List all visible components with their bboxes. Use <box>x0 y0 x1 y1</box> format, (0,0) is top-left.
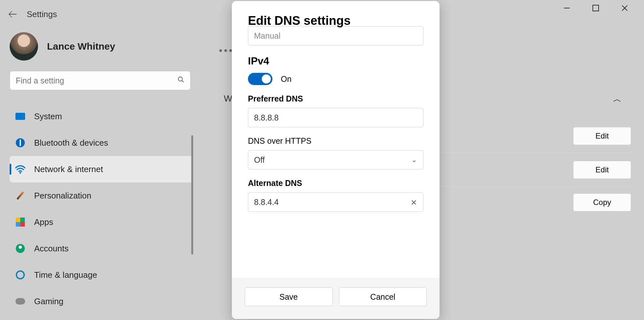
edit-dns-dialog: Edit DNS settings Manual IPv4 On Preferr… <box>232 1 440 319</box>
sidebar-item-label: System <box>34 112 62 121</box>
clock-icon <box>15 269 26 280</box>
back-arrow-icon[interactable]: 🡠 <box>8 9 17 20</box>
partial-text: W <box>224 93 232 104</box>
sidebar-item-accounts[interactable]: Accounts <box>10 235 193 262</box>
sidebar-item-label: Gaming <box>34 296 63 306</box>
sidebar-item-label: Personalization <box>34 191 91 201</box>
bluetooth-icon <box>15 137 26 148</box>
alternate-dns-label: Alternate DNS <box>248 179 423 188</box>
sidebar-item-label: Apps <box>34 217 53 227</box>
sidebar-item-bluetooth[interactable]: Bluetooth & devices <box>10 130 193 156</box>
paintbrush-icon <box>15 190 26 201</box>
header: 🡠 Settings <box>8 9 57 20</box>
edit-button[interactable]: Edit <box>573 127 631 145</box>
maximize-button[interactable] <box>586 0 605 16</box>
chevron-down-icon: ⌄ <box>412 156 417 164</box>
wifi-icon <box>15 164 26 175</box>
svg-point-3 <box>178 77 183 81</box>
dns-mode-select[interactable]: Manual <box>248 26 423 45</box>
close-button[interactable] <box>615 0 634 16</box>
search-input[interactable] <box>16 76 177 85</box>
sidebar-item-label: Network & internet <box>34 164 103 174</box>
svg-point-5 <box>19 172 21 174</box>
copy-button[interactable]: Copy <box>573 193 631 211</box>
svg-rect-0 <box>593 5 599 11</box>
sidebar-nav: System Bluetooth & devices Network & int… <box>10 103 193 315</box>
avatar <box>10 32 38 61</box>
gamepad-icon <box>15 296 26 307</box>
user-profile[interactable]: Lance Whitney <box>10 32 115 61</box>
app-title: Settings <box>27 9 57 19</box>
doh-select[interactable]: Off <box>248 150 423 170</box>
window-controls <box>557 0 644 16</box>
ipv4-toggle[interactable] <box>248 73 272 85</box>
search-icon <box>177 76 185 85</box>
ipv4-heading: IPv4 <box>248 55 423 67</box>
settings-row-dns[interactable]: DHCP) Edit <box>412 153 631 187</box>
sidebar-item-personalization[interactable]: Personalization <box>10 182 193 209</box>
save-button[interactable]: Save <box>245 287 333 306</box>
sidebar-item-label: Accounts <box>34 244 69 254</box>
preferred-dns-input[interactable] <box>248 108 423 127</box>
monitor-icon <box>15 111 26 122</box>
sidebar-item-system[interactable]: System <box>10 103 193 130</box>
edit-button[interactable]: Edit <box>573 161 631 179</box>
sidebar-item-label: Bluetooth & devices <box>34 138 108 148</box>
sidebar-item-time-language[interactable]: Time & language <box>10 262 193 288</box>
preferred-dns-label: Preferred DNS <box>248 94 423 103</box>
svg-line-4 <box>182 81 184 82</box>
alternate-dns-input[interactable] <box>248 192 423 212</box>
sidebar-item-apps[interactable]: Apps <box>10 209 193 235</box>
dialog-footer: Save Cancel <box>232 278 440 319</box>
settings-row-ip[interactable]: DHCP) Edit <box>412 119 631 153</box>
search-field[interactable] <box>10 71 191 90</box>
clear-input-icon[interactable]: ✕ <box>411 198 417 207</box>
apps-icon <box>15 217 26 228</box>
person-icon <box>15 243 26 254</box>
sidebar-item-label: Time & language <box>34 270 97 280</box>
ipv4-toggle-state: On <box>281 74 291 84</box>
user-name: Lance Whitney <box>47 41 115 52</box>
minimize-button[interactable] <box>557 0 576 16</box>
chevron-up-icon[interactable]: ︿ <box>613 93 621 105</box>
sidebar-item-gaming[interactable]: Gaming <box>10 288 193 315</box>
cancel-button[interactable]: Cancel <box>339 287 427 306</box>
sidebar-scrollbar[interactable] <box>191 135 193 255</box>
dialog-title: Edit DNS settings <box>248 14 423 28</box>
doh-label: DNS over HTTPS <box>248 136 423 146</box>
sidebar-item-network[interactable]: Network & internet <box>10 156 193 182</box>
